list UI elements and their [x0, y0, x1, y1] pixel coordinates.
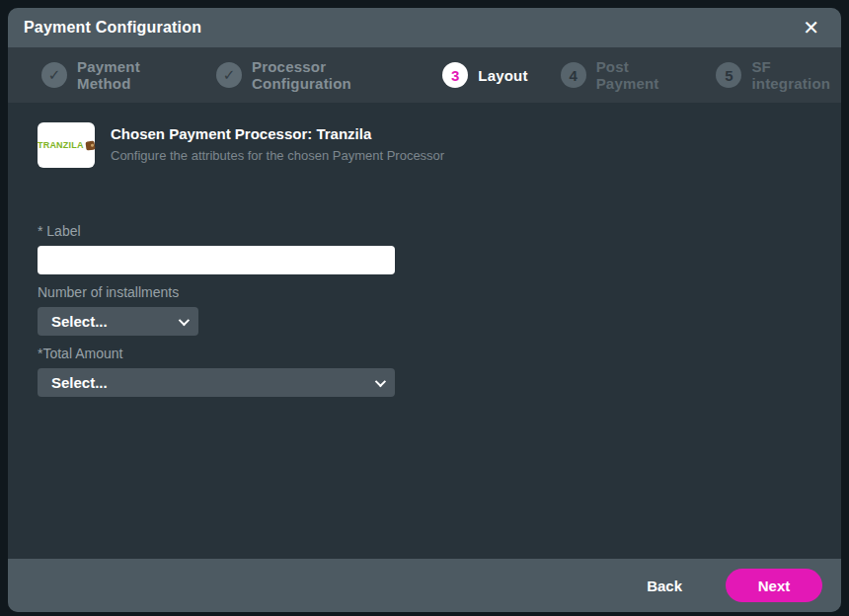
step-circle: 5 [716, 62, 741, 88]
check-icon: ✓ [48, 66, 61, 84]
modal-title: Payment Configuration [24, 19, 201, 37]
step-processor-configuration[interactable]: ✓ Processor Configuration [216, 58, 410, 92]
step-circle: 3 [442, 62, 468, 88]
label-field-group: * Label [38, 223, 395, 274]
label-input[interactable] [38, 246, 395, 274]
modal-header: Payment Configuration ✕ [8, 8, 841, 47]
step-sf-integration[interactable]: 5 SF integration [716, 58, 841, 92]
step-circle: ✓ [41, 62, 67, 88]
total-amount-select[interactable]: Select... [38, 368, 395, 397]
tranzila-logo-text: TRANZILA [38, 140, 84, 150]
chevron-down-icon [179, 314, 190, 325]
total-amount-select-value: Select... [51, 374, 108, 391]
label-field-label: * Label [38, 223, 395, 239]
check-icon: ✓ [223, 66, 236, 84]
step-label: Layout [478, 67, 527, 84]
step-label: Post Payment [596, 58, 684, 92]
modal-content: TRANZILA Chosen Payment Processor: Tranz… [8, 103, 841, 559]
back-button[interactable]: Back [647, 578, 682, 594]
step-circle: ✓ [216, 62, 242, 88]
close-icon[interactable]: ✕ [797, 16, 825, 39]
installments-select[interactable]: Select... [38, 307, 198, 336]
processor-subtitle: Configure the attributes for the chosen … [111, 148, 444, 163]
processor-info-row: TRANZILA Chosen Payment Processor: Tranz… [38, 122, 811, 168]
screen: Payment Configuration ✕ ✓ Payment Method… [0, 0, 849, 616]
chevron-down-icon [375, 375, 386, 386]
processor-text: Chosen Payment Processor: Tranzila Confi… [111, 122, 444, 163]
step-payment-method[interactable]: ✓ Payment Method [41, 58, 184, 92]
step-label: Payment Method [77, 58, 184, 92]
layout-form: * Label Number of installments Select...… [38, 223, 395, 397]
payment-configuration-modal: Payment Configuration ✕ ✓ Payment Method… [8, 8, 841, 612]
total-amount-field-group: *Total Amount Select... [38, 346, 395, 397]
step-layout[interactable]: 3 Layout [442, 62, 527, 88]
modal-footer: Back Next [8, 559, 841, 612]
step-label: SF integration [751, 58, 841, 92]
installments-field-label: Number of installments [38, 284, 395, 300]
stepper: ✓ Payment Method ✓ Processor Configurati… [8, 47, 841, 103]
next-button[interactable]: Next [726, 569, 822, 602]
step-label: Processor Configuration [252, 58, 410, 92]
processor-title: Chosen Payment Processor: Tranzila [111, 125, 444, 142]
total-amount-field-label: *Total Amount [38, 346, 395, 361]
installments-field-group: Number of installments Select... [38, 284, 395, 336]
step-post-payment[interactable]: 4 Post Payment [561, 58, 684, 92]
wallet-icon [85, 140, 96, 150]
tranzila-logo: TRANZILA [38, 122, 95, 168]
installments-select-value: Select... [51, 313, 108, 330]
step-circle: 4 [561, 62, 586, 88]
